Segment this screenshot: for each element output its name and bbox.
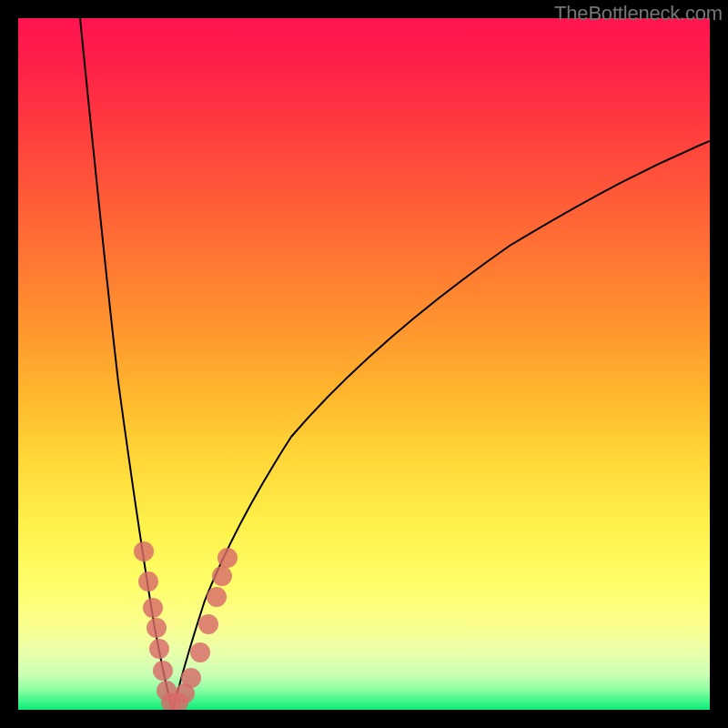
data-point [147,618,167,638]
data-point [190,642,210,662]
data-points-layer [18,18,710,710]
chart-frame: TheBottleneck.com [0,0,728,728]
data-point [207,587,227,607]
data-point [143,598,163,618]
data-point [181,668,201,688]
data-point [138,571,158,592]
data-point [149,639,169,659]
data-point [217,548,238,568]
data-point [134,541,154,561]
plot-area [18,18,710,710]
watermark-text: TheBottleneck.com [554,2,723,25]
data-point [153,661,173,681]
data-point [212,566,232,586]
data-point [198,614,218,634]
